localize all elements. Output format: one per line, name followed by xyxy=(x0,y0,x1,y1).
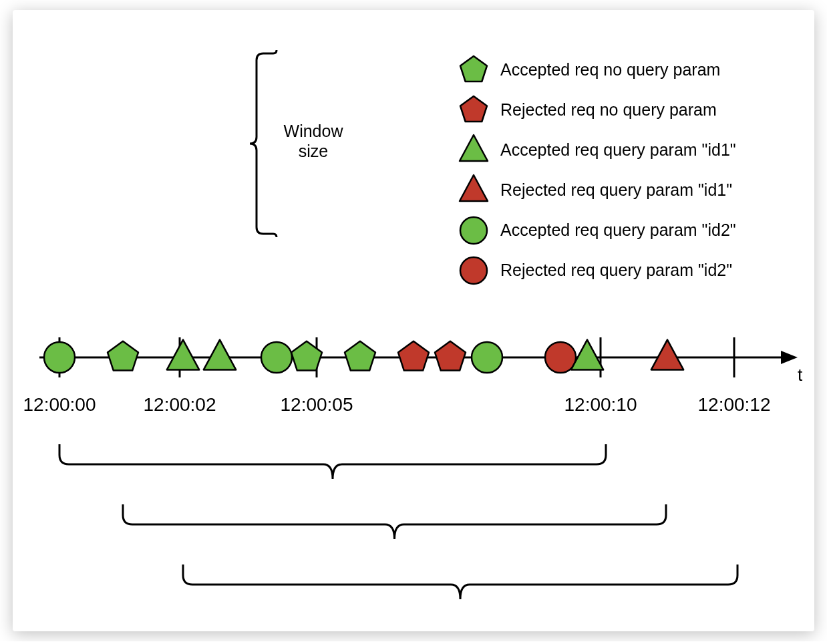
svg-marker-3 xyxy=(460,175,488,201)
svg-point-12 xyxy=(261,342,292,373)
svg-marker-9 xyxy=(108,341,138,371)
window-size-label-1: Window xyxy=(284,122,344,140)
event-pentagon-rejected xyxy=(435,341,466,371)
event-pentagon-accepted xyxy=(345,341,375,371)
svg-marker-15 xyxy=(398,341,429,371)
svg-point-8 xyxy=(44,342,75,373)
legend-item: Accepted req query param "id1" xyxy=(460,135,736,161)
timeline-events xyxy=(44,340,683,373)
tick-label: 12:00:02 xyxy=(144,394,216,415)
tick-label: 12:00:10 xyxy=(564,394,637,415)
diagram-frame: Accepted req no query paramRejected req … xyxy=(13,10,814,631)
legend-label: Rejected req query param "id1" xyxy=(500,180,732,199)
window-size-label-2: size xyxy=(299,142,328,160)
svg-marker-7 xyxy=(781,351,798,364)
svg-point-5 xyxy=(460,257,487,284)
legend: Accepted req no query paramRejected req … xyxy=(460,56,736,284)
diagram-svg: Accepted req no query paramRejected req … xyxy=(13,10,814,631)
legend-item: Rejected req no query param xyxy=(460,96,717,122)
legend-label: Accepted req query param "id2" xyxy=(500,220,736,239)
window-brace xyxy=(183,565,737,599)
event-pentagon-accepted xyxy=(108,341,138,371)
event-triangle-accepted xyxy=(167,340,199,370)
svg-marker-0 xyxy=(460,56,487,82)
legend-label: Accepted req query param "id1" xyxy=(500,140,736,159)
legend-label: Accepted req no query param xyxy=(500,60,720,79)
window-brace xyxy=(59,444,606,479)
legend-item: Accepted req query param "id2" xyxy=(460,217,736,244)
window-braces xyxy=(59,444,737,599)
svg-marker-14 xyxy=(345,341,375,371)
window-size-brace: Window size xyxy=(250,50,343,237)
legend-item: Accepted req no query param xyxy=(460,56,720,82)
svg-point-4 xyxy=(460,217,487,244)
tick-label: 12:00:12 xyxy=(698,394,771,415)
axis-label: t xyxy=(798,365,803,385)
svg-marker-20 xyxy=(651,340,683,370)
svg-marker-16 xyxy=(435,341,466,371)
legend-label: Rejected req query param "id2" xyxy=(500,261,732,279)
tick-label: 12:00:00 xyxy=(23,394,96,415)
legend-item: Rejected req query param "id2" xyxy=(460,257,732,284)
svg-marker-1 xyxy=(460,96,487,122)
legend-item: Rejected req query param "id1" xyxy=(460,175,732,201)
event-circle-accepted xyxy=(44,342,75,373)
tick-label: 12:00:05 xyxy=(281,394,353,415)
event-circle-accepted xyxy=(261,342,292,373)
event-pentagon-rejected xyxy=(398,341,429,371)
legend-label: Rejected req no query param xyxy=(500,100,717,119)
svg-marker-10 xyxy=(167,340,199,370)
window-brace xyxy=(123,504,666,539)
svg-point-17 xyxy=(472,342,502,373)
svg-marker-2 xyxy=(460,135,488,161)
svg-marker-11 xyxy=(204,340,236,370)
event-circle-accepted xyxy=(472,342,502,373)
event-triangle-rejected xyxy=(651,340,683,370)
event-triangle-accepted xyxy=(204,340,236,370)
